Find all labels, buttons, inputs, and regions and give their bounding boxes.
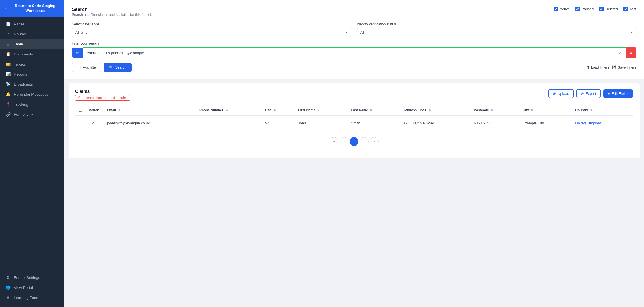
filter-row: ✏ ✓ ✕ (72, 47, 636, 58)
export-icon: ⊕ (581, 91, 584, 96)
sidebar-item-learning-zone[interactable]: 🖥Learning Zone (0, 293, 64, 303)
sidebar-bottom: ⚙Funnel Settings🌐View Portal🖥Learning Zo… (0, 270, 64, 307)
sort-phone-icon: ⇅ (225, 109, 228, 112)
add-filter-button[interactable]: + + Add filter (72, 63, 101, 72)
sidebar-item-tickets[interactable]: 🎫Tickets (0, 59, 64, 69)
panel-subtitle: Search and filter claims and statistics … (72, 13, 152, 17)
checkbox-deleted[interactable]: Deleted (599, 7, 618, 11)
sidebar-label-tracking: Tracking (14, 102, 28, 107)
actions-left: + + Add filter 🔍 Search (72, 63, 132, 72)
add-filter-label: + Add filter (80, 65, 97, 69)
tickets-icon: 🎫 (6, 62, 11, 66)
filter-cancel-button[interactable]: ✕ (626, 47, 636, 58)
search-button[interactable]: 🔍 Search (104, 63, 131, 72)
col-action: Action (86, 105, 104, 115)
sidebar-item-funnel-link[interactable]: 🔗Funnel Link (0, 109, 64, 119)
sidebar-label-pages: Pages (14, 22, 25, 26)
checkbox-paused[interactable]: Paused (575, 7, 594, 11)
pagination-prev[interactable]: ‹ (340, 137, 348, 146)
return-button[interactable]: ← Return to Chris Staging Workspace (0, 0, 64, 17)
claims-title: Claims (75, 89, 130, 94)
checkbox-input-deleted[interactable] (599, 7, 604, 11)
checkbox-input-paused[interactable] (575, 7, 580, 11)
sort-title-icon: ⇅ (274, 109, 276, 112)
save-filters-button[interactable]: 💾 Save Filters (612, 65, 636, 69)
funnel-link-icon: 🔗 (6, 112, 11, 117)
sidebar-item-pages[interactable]: 📄Pages (0, 19, 64, 29)
checkbox-label-test: Test (630, 7, 636, 11)
checkbox-active[interactable]: Active (554, 7, 570, 11)
select-all-checkbox[interactable] (79, 108, 82, 112)
row-action-button-0[interactable]: ↗ (89, 119, 97, 127)
sidebar-nav: 📄Pages↗Routes⊞Table📋Documents🎫Tickets📊Re… (0, 17, 64, 270)
date-range-label: Select date range (72, 22, 351, 26)
row-country-0: United Kingdom (572, 115, 633, 130)
sidebar-item-table[interactable]: ⊞Table (0, 39, 64, 49)
sidebar-item-view-portal[interactable]: 🌐View Portal (0, 282, 64, 293)
checkbox-label-paused: Paused (581, 7, 594, 11)
search-label: Search (115, 65, 126, 69)
sidebar-item-reminder-messages[interactable]: 🔔Reminder Messages (0, 89, 64, 99)
sort-firstname-icon: ⇅ (317, 109, 319, 112)
form-row: Select date range All time Last 7 days L… (72, 22, 636, 37)
sidebar-item-routes[interactable]: ↗Routes (0, 29, 64, 39)
pagination-page-1[interactable]: 1 (350, 137, 358, 146)
panel-title-group: Search Search and filter claims and stat… (72, 7, 152, 17)
sidebar-label-learning-zone: Learning Zone (14, 296, 38, 300)
pagination-first[interactable]: « (330, 137, 338, 146)
sidebar-item-documents[interactable]: 📋Documents (0, 49, 64, 59)
checkbox-input-test[interactable] (623, 7, 628, 11)
col-city: City ⇅ (519, 105, 572, 115)
checkbox-test[interactable]: Test (623, 7, 636, 11)
filter-edit-button[interactable]: ✏ (72, 48, 83, 58)
sidebar-item-reports[interactable]: 📊Reports (0, 69, 64, 79)
sidebar-item-tracking[interactable]: 📍Tracking (0, 99, 64, 109)
routes-icon: ↗ (6, 32, 11, 36)
col-postcode: Postcode ⇅ (470, 105, 519, 115)
reports-icon: 📊 (6, 72, 11, 76)
identity-select[interactable]: All Verified Unverified Pending (357, 28, 636, 37)
sidebar-label-view-portal: View Portal (14, 286, 33, 290)
date-range-select[interactable]: All time Last 7 days Last 30 days Last 9… (72, 28, 351, 37)
identity-group: Identity verification status All Verifie… (357, 22, 636, 37)
pagination-last[interactable]: » (370, 137, 379, 146)
identity-label: Identity verification status (357, 22, 636, 26)
pagination-next[interactable]: › (360, 137, 369, 146)
back-arrow-icon: ← (4, 6, 8, 11)
load-filters-button[interactable]: ⬆ Load Filters (587, 65, 609, 69)
filter-input[interactable] (83, 47, 615, 58)
claims-actions: ⊕ Upload ⊕ Export ≡ Edit Fields (548, 89, 633, 98)
sidebar-label-routes: Routes (14, 32, 26, 36)
return-button-label: Return to Chris Staging Workspace (11, 3, 60, 13)
actions-right: ⬆ Load Filters 💾 Save Filters (587, 65, 636, 69)
checkbox-input-active[interactable] (554, 7, 558, 11)
reminder-messages-icon: 🔔 (6, 92, 11, 96)
sidebar: ← Return to Chris Staging Workspace 📄Pag… (0, 0, 64, 307)
row-lastname-0: Smith (348, 115, 400, 130)
load-filters-label: Load Filters (591, 66, 609, 69)
save-icon: 💾 (612, 65, 616, 69)
table-header: Action Email ⇅ Phone Number ⇅ Title ⇅ Fi… (75, 105, 633, 115)
col-last-name: Last Name ⇅ (348, 105, 400, 115)
row-phone-0 (196, 115, 261, 130)
row-city-0: Example City (519, 115, 572, 130)
main-content: Search Search and filter claims and stat… (64, 0, 644, 307)
row-checkbox-0[interactable] (79, 121, 82, 124)
export-button[interactable]: ⊕ Export (576, 89, 601, 98)
load-icon: ⬆ (587, 65, 590, 69)
view-portal-icon: 🌐 (6, 285, 11, 290)
upload-icon: ⊕ (553, 91, 556, 96)
edit-fields-button[interactable]: ≡ Edit Fields (603, 89, 633, 98)
upload-button[interactable]: ⊕ Upload (548, 89, 574, 98)
filter-confirm-button[interactable]: ✓ (615, 47, 626, 58)
row-email-0: johnsmith@example.co.uk (104, 115, 196, 130)
sidebar-item-funnel-settings[interactable]: ⚙Funnel Settings (0, 272, 64, 282)
sidebar-label-reports: Reports (14, 72, 27, 76)
claims-table: Action Email ⇅ Phone Number ⇅ Title ⇅ Fi… (75, 105, 633, 130)
sidebar-label-table: Table (14, 42, 23, 46)
funnel-settings-icon: ⚙ (6, 275, 11, 280)
checkbox-label-active: Active (560, 7, 570, 11)
col-email: Email ⇅ (104, 105, 196, 115)
sidebar-item-broadcasts[interactable]: 📡Broadcasts (0, 79, 64, 89)
claims-result-message: Your search has returned 1 claim. (75, 95, 130, 101)
